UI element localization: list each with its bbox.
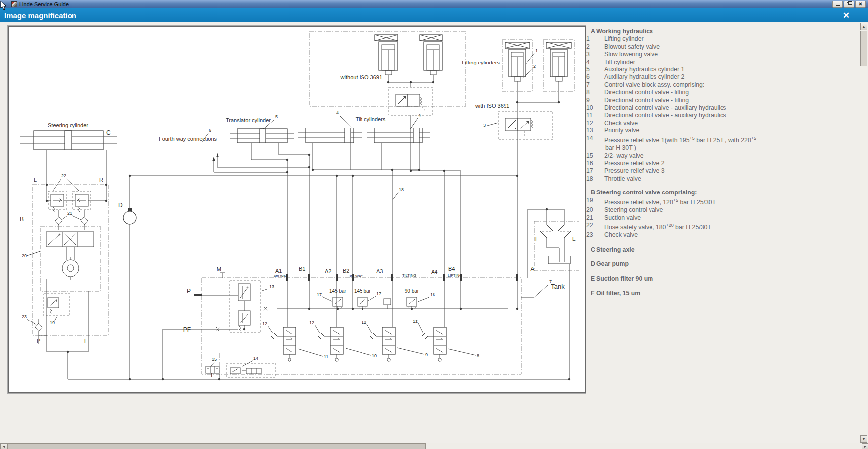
titlebar: Linde Service Guide ✕ <box>0 0 868 8</box>
caption-tilting: TILTING <box>402 273 416 278</box>
label-lifting-cylinders: Lifting cylinders <box>462 60 500 65</box>
callout-17a: 17 <box>317 292 322 297</box>
legend-item-6: 6Auxiliary hydraulics cylinder 2 <box>586 73 783 81</box>
horizontal-scrollbar[interactable]: ◄ ► <box>0 443 868 449</box>
label-c: C <box>106 129 111 136</box>
legend-item-17: 17Pressure relief valve 3 <box>586 167 783 175</box>
label-steering-cylinder: Steering cylinder <box>48 122 88 128</box>
legend-section-f: FOil filter, 15 um <box>586 290 783 297</box>
legend-item-3: 3Slow lowering valve <box>586 51 783 58</box>
restore-button[interactable] <box>844 1 854 8</box>
window-title: Linde Service Guide <box>19 1 832 7</box>
callout-19: 19 <box>50 321 55 325</box>
label-fourth-way: Fourth way connections <box>159 136 217 142</box>
callout-11: 11 <box>324 354 328 359</box>
callout-8: 8 <box>477 353 479 358</box>
port-a: A <box>530 265 535 273</box>
callout-16: 16 <box>430 292 435 297</box>
vertical-scroll-thumb[interactable] <box>860 31 867 66</box>
horizontal-scroll-thumb[interactable] <box>7 443 426 449</box>
legend-section-a: AWorking hydraulics <box>586 28 783 35</box>
caption-3rd-way: 3rd WAY <box>349 274 363 278</box>
supply-lines: 18 <box>130 176 517 278</box>
application-window: { "window": { "title": "Linde Service Gu… <box>0 0 868 449</box>
magnification-close-button[interactable]: ✕ <box>843 11 850 20</box>
scroll-down-button[interactable]: ▼ <box>860 435 867 443</box>
callout-6: 6 <box>209 128 211 133</box>
legend-section-d: DGear pump <box>586 260 783 268</box>
minimize-icon <box>836 5 840 6</box>
label-t2: T <box>83 338 87 344</box>
hydraulic-schematic: without ISO 3691 Lifting cylinders 1 <box>9 27 585 392</box>
port-b1: B1 <box>299 266 305 272</box>
minimize-button[interactable] <box>832 1 843 8</box>
label-d: D <box>118 202 123 209</box>
vertical-scrollbar[interactable]: ▲ ▼ <box>860 23 867 443</box>
legend-item-18: 18Throttle valve <box>586 175 783 183</box>
label-l: L <box>34 177 37 183</box>
label-t: T <box>210 372 214 379</box>
legend-item-13: 13Priority valve <box>586 127 783 134</box>
group-without-iso: without ISO 3691 <box>309 32 466 278</box>
callout-12d: 12 <box>413 319 418 324</box>
right-arrow-icon: ► <box>864 445 867 448</box>
scroll-right-button[interactable]: ► <box>862 443 868 449</box>
callout-21: 21 <box>67 211 72 216</box>
close-icon: ✕ <box>858 2 862 7</box>
left-arrow-icon: ◄ <box>2 445 6 448</box>
callout-2: 2 <box>533 64 536 69</box>
legend-item-14-line2: bar H 30T ) <box>586 144 783 152</box>
legend-item-14: 14Pressure relief valve 1(with 195+5 bar… <box>586 135 783 145</box>
magnification-title: Image magnification <box>4 11 843 20</box>
callout-1: 1 <box>535 48 538 53</box>
scroll-left-button[interactable]: ◄ <box>0 443 7 449</box>
label-m: M <box>217 266 221 272</box>
callout-12a: 12 <box>262 321 267 326</box>
label-145bar-2: 145 bar <box>354 288 371 294</box>
port-a4: A4 <box>431 269 437 275</box>
legend-item-12: 12Check valve <box>586 120 783 127</box>
label-translator: Translator cylinder <box>226 117 271 123</box>
callout-18: 18 <box>399 187 404 192</box>
magnification-header: Image magnification ✕ <box>0 8 868 22</box>
label-145bar-1: 145 bar <box>329 288 347 294</box>
tilt-cylinders: Tilt cylinders 4 4 <box>298 110 430 278</box>
up-arrow-icon: ▲ <box>862 25 866 28</box>
label-pf: PF <box>183 326 191 333</box>
port-b4: B4 <box>448 266 455 272</box>
callout-23: 23 <box>22 314 27 319</box>
legend-item-23: 23Check valve <box>586 231 783 239</box>
tank-group: F E Tank <box>528 209 579 379</box>
legend-item-21: 21Suction valve <box>586 214 783 222</box>
legend-item-19: 19Pressure relief valve, 120+5 bar H 25/… <box>586 197 783 207</box>
legend-section-c: CSteering axle <box>586 246 783 254</box>
scroll-up-button[interactable]: ▲ <box>860 23 867 30</box>
legend: AWorking hydraulics 1Lifting cylinder 2B… <box>586 28 783 297</box>
label-f: F <box>535 236 538 242</box>
label-with-iso: with ISO 3691 <box>475 103 509 109</box>
label-b: B <box>20 216 24 223</box>
down-arrow-icon: ▼ <box>862 437 866 441</box>
port-b2: B2 <box>343 268 349 274</box>
close-button[interactable]: ✕ <box>855 1 866 8</box>
callout-5: 5 <box>275 114 278 119</box>
group-steering: Steering cylinder C L R B 22 21 20 <box>20 122 117 379</box>
app-icon <box>11 1 17 7</box>
port-a1: A1 <box>275 268 282 274</box>
legend-item-9: 9Directional control valve - tilting <box>586 97 783 104</box>
control-valve-block: A1 4th WAY B1 A2 B2 3rd WAY A3 TILTING A… <box>163 265 552 379</box>
restore-icon <box>847 2 851 6</box>
callout-4a: 4 <box>336 110 339 115</box>
legend-section-e: ESuction filter 90 um <box>586 275 783 283</box>
callout-3: 3 <box>483 123 486 128</box>
mouse-cursor <box>0 1 7 11</box>
legend-item-20: 20Steering control valve <box>586 206 783 214</box>
legend-item-2: 2Blowout safety valve <box>586 43 783 51</box>
callout-13: 13 <box>269 284 274 289</box>
legend-section-b: BSteering control valve comprising: <box>586 189 783 196</box>
port-a3: A3 <box>376 268 383 274</box>
label-r: R <box>99 177 103 183</box>
legend-item-10: 10Directional control valve - auxiliary … <box>586 104 783 112</box>
callout-15: 15 <box>212 357 217 362</box>
legend-item-4: 4Tilt cylinder <box>586 59 783 66</box>
